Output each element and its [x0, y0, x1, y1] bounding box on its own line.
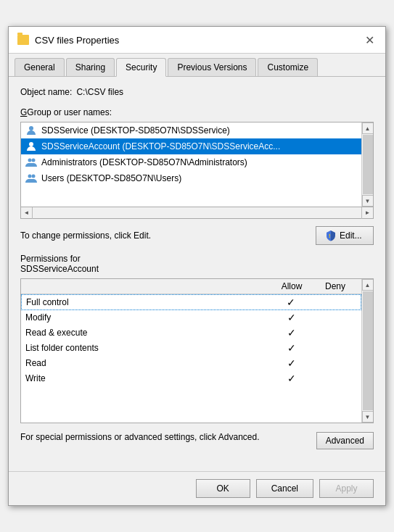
object-name-value: C:\CSV files — [76, 87, 123, 97]
perm-row-4[interactable]: Read ✓ — [21, 356, 361, 371]
perm-row-5[interactable]: Write ✓ — [21, 371, 361, 386]
perm-name-4: Read — [25, 358, 270, 368]
user-list[interactable]: SDSService (DESKTOP-SD85O7N\SDSService) … — [21, 122, 361, 207]
edit-button[interactable]: ! Edit... — [316, 226, 374, 245]
properties-dialog: CSV files Properties ✕ General Sharing S… — [8, 26, 386, 506]
advanced-row: For special permissions or advanced sett… — [20, 432, 374, 449]
perm-scroll-up[interactable]: ▲ — [362, 279, 374, 291]
title-bar: CSV files Properties ✕ — [9, 27, 385, 54]
tab-general[interactable]: General — [15, 58, 65, 76]
title-bar-left: CSV files Properties — [17, 35, 119, 46]
shield-icon: ! — [325, 230, 337, 241]
scroll-up-arrow[interactable]: ▲ — [362, 122, 374, 134]
svg-point-5 — [32, 175, 36, 178]
perm-allow-1: ✓ — [270, 312, 313, 323]
perm-name-1: Modify — [25, 312, 270, 323]
group-section-label: GGroup or user names: — [20, 107, 374, 117]
user-name-0: SDSService (DESKTOP-SD85O7N\SDSService) — [41, 125, 230, 136]
perm-allow-3: ✓ — [270, 342, 313, 354]
dialog-title: CSV files Properties — [35, 35, 119, 46]
scroll-thumb[interactable] — [363, 135, 373, 194]
edit-button-label: Edit... — [340, 230, 362, 241]
permissions-scrollbar[interactable]: ▲ ▼ — [361, 279, 373, 423]
perm-header-deny: Deny — [313, 281, 357, 291]
permissions-info-row: To change permissions, click Edit. ! Edi… — [20, 226, 374, 245]
permissions-table-inner: Allow Deny Full control ✓ Modify ✓ Read … — [21, 279, 361, 423]
scroll-left-arrow[interactable]: ◄ — [21, 207, 33, 219]
permissions-info-text: To change permissions, click Edit. — [20, 230, 151, 241]
folder-icon — [17, 35, 29, 45]
user-item-1[interactable]: SDSServiceAccount (DESKTOP-SD85O7N\SDSSe… — [21, 138, 361, 154]
perm-row-0[interactable]: Full control ✓ — [21, 294, 361, 310]
svg-text:!: ! — [329, 233, 331, 239]
user-name-1: SDSServiceAccount (DESKTOP-SD85O7N\SDSSe… — [41, 141, 280, 151]
perm-header-name — [25, 281, 270, 291]
svg-point-2 — [28, 159, 32, 162]
advanced-button[interactable]: Advanced — [316, 432, 374, 449]
h-scroll-track — [33, 207, 361, 218]
perm-allow-4: ✓ — [270, 357, 313, 369]
perm-name-3: List folder contents — [25, 343, 270, 353]
user-icon-3 — [25, 173, 37, 184]
ok-button[interactable]: OK — [196, 479, 250, 498]
scroll-right-arrow[interactable]: ► — [361, 207, 373, 219]
perm-name-5: Write — [25, 373, 270, 383]
perm-row-1[interactable]: Modify ✓ — [21, 310, 361, 325]
scroll-down-arrow[interactable]: ▼ — [362, 195, 374, 207]
user-name-3: Users (DESKTOP-SD85O7N\Users) — [41, 173, 181, 183]
group-label-underline: G — [20, 107, 27, 117]
permissions-table: Allow Deny Full control ✓ Modify ✓ Read … — [20, 278, 374, 423]
object-name-label: Object name: — [20, 87, 72, 97]
perm-name-0: Full control — [26, 297, 269, 307]
user-icon-1 — [25, 141, 37, 152]
permissions-for-label: Permissions for SDSServiceAccount — [20, 254, 374, 274]
user-item-3[interactable]: Users (DESKTOP-SD85O7N\Users) — [21, 170, 361, 186]
advanced-text: For special permissions or advanced sett… — [20, 432, 309, 442]
perm-row-3[interactable]: List folder contents ✓ — [21, 341, 361, 356]
perm-allow-0: ✓ — [269, 296, 313, 308]
user-item-0[interactable]: SDSService (DESKTOP-SD85O7N\SDSService) — [21, 122, 361, 138]
perm-name-2: Read & execute — [25, 328, 270, 338]
user-list-container: SDSService (DESKTOP-SD85O7N\SDSService) … — [20, 122, 374, 207]
perm-scroll-down[interactable]: ▼ — [362, 411, 374, 423]
perm-header-allow: Allow — [270, 281, 313, 291]
tab-sharing[interactable]: Sharing — [66, 58, 115, 76]
tab-previous-versions[interactable]: Previous Versions — [168, 58, 256, 76]
svg-point-0 — [29, 126, 33, 130]
svg-point-4 — [28, 175, 32, 178]
user-icon-0 — [25, 125, 37, 136]
user-item-2[interactable]: Administrators (DESKTOP-SD85O7N\Administ… — [21, 154, 361, 170]
close-button[interactable]: ✕ — [362, 33, 377, 47]
user-name-2: Administrators (DESKTOP-SD85O7N\Administ… — [41, 157, 247, 167]
tab-customize[interactable]: Customize — [258, 58, 318, 76]
horizontal-scroll[interactable]: ◄ ► — [20, 207, 374, 219]
apply-button[interactable]: Apply — [319, 479, 374, 498]
svg-point-3 — [32, 159, 36, 162]
perm-row-2[interactable]: Read & execute ✓ — [21, 325, 361, 341]
cancel-button[interactable]: Cancel — [256, 479, 313, 498]
tab-content: Object name: C:\CSV files GGroup or user… — [9, 77, 385, 471]
perm-allow-2: ✓ — [270, 327, 313, 338]
permissions-header: Allow Deny — [21, 279, 361, 294]
tab-bar: General Sharing Security Previous Versio… — [9, 54, 385, 77]
bottom-bar: OK Cancel Apply — [9, 471, 385, 505]
perm-allow-5: ✓ — [270, 373, 313, 384]
object-name-row: Object name: C:\CSV files — [20, 87, 374, 97]
tab-security[interactable]: Security — [116, 58, 166, 77]
user-icon-2 — [25, 157, 37, 168]
user-list-scrollbar[interactable]: ▲ ▼ — [361, 122, 373, 207]
perm-scroll-thumb[interactable] — [363, 291, 373, 410]
svg-point-1 — [29, 142, 33, 146]
